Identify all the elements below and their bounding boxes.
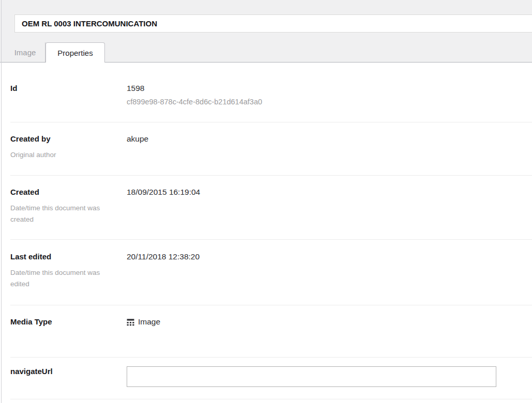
- created-date-value: 18/09/2015 16:19:04: [127, 187, 532, 197]
- property-row-created-by: Created by Original author akupe: [10, 122, 532, 176]
- tab-properties-label: Properties: [57, 49, 93, 57]
- last-edited-date-value: 20/11/2018 12:38:20: [127, 252, 532, 262]
- media-type-value: Image: [127, 317, 532, 327]
- property-row-created: Created Date/time this document was crea…: [10, 176, 532, 240]
- property-label: Last edited: [10, 252, 114, 261]
- tab-image[interactable]: Image: [5, 42, 45, 62]
- id-guid-value: cf899e98-878c-4cfe-8d6c-b21d614af3a0: [127, 97, 532, 106]
- created-by-value: akupe: [127, 134, 532, 144]
- property-label: Id: [10, 83, 114, 93]
- media-grid-icon: [127, 318, 134, 326]
- property-label: Created by: [10, 134, 114, 144]
- property-description: Date/time this document was created: [10, 203, 114, 225]
- property-description: Original author: [10, 149, 114, 161]
- id-value: 1598: [127, 83, 532, 94]
- property-row-last-edited: Last edited Date/time this document was …: [10, 240, 532, 305]
- tab-image-label: Image: [14, 48, 36, 57]
- media-type-label: Image: [138, 317, 160, 327]
- property-row-navigate-url: navigateUrl: [10, 358, 532, 399]
- navigate-url-input[interactable]: [127, 366, 496, 387]
- panel-left-border: [1, 0, 2, 403]
- tab-bar: Image Properties: [5, 42, 105, 63]
- property-description: Date/time this document was edited: [10, 267, 114, 290]
- media-title-input[interactable]: [14, 14, 532, 33]
- properties-panel: Id 1598 cf899e98-878c-4cfe-8d6c-b21d614a…: [0, 63, 532, 399]
- property-label: Media Type: [10, 317, 114, 327]
- editor-header: Image Properties: [0, 0, 532, 63]
- property-label: Created: [10, 187, 114, 197]
- property-row-id: Id 1598 cf899e98-878c-4cfe-8d6c-b21d614a…: [10, 63, 532, 122]
- property-row-media-type: Media Type Image: [10, 305, 532, 358]
- tab-properties[interactable]: Properties: [45, 42, 105, 63]
- property-label: navigateUrl: [10, 366, 114, 376]
